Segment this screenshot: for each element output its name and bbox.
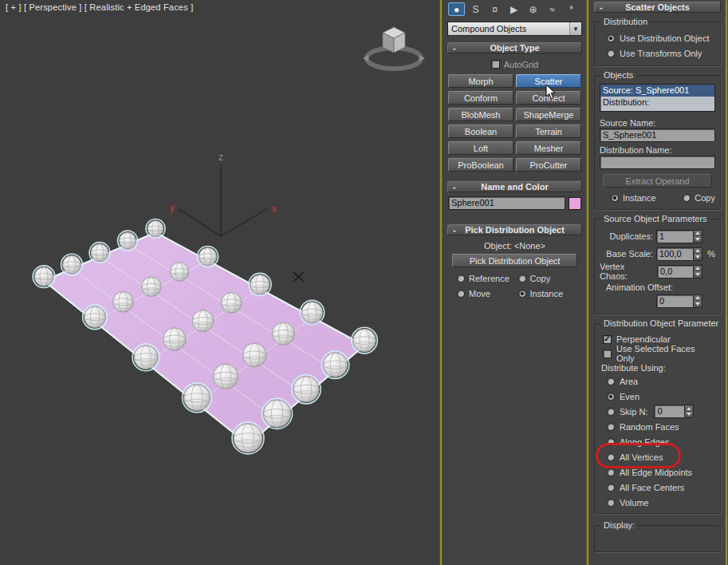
pick-distribution-object-button[interactable]: Pick Distribution Object xyxy=(452,254,577,267)
base-scale-label: Base Scale: xyxy=(606,249,653,259)
space-warps-icon[interactable]: ≈ xyxy=(544,2,561,16)
rollout-object-type[interactable]: - Object Type xyxy=(447,42,582,53)
systems-icon[interactable]: * xyxy=(563,2,580,16)
volume-row: Volume xyxy=(600,495,715,510)
collapse-icon: - xyxy=(600,2,603,13)
skip-n-radio[interactable] xyxy=(607,408,615,416)
axis-z-label: z xyxy=(218,152,223,163)
loft-button[interactable]: Loft xyxy=(448,141,514,155)
view-cube[interactable] xyxy=(363,27,425,69)
pick-clone-options: Reference Copy Move Instance xyxy=(447,271,582,302)
boolean-button[interactable]: Boolean xyxy=(448,124,514,138)
panel-separator-middle xyxy=(586,0,589,565)
proboolean-button[interactable]: ProBoolean xyxy=(448,158,514,172)
cameras-icon[interactable]: ▶ xyxy=(506,2,522,16)
along-edges-label: Along Edges xyxy=(620,437,669,447)
extract-copy-radio[interactable] xyxy=(683,194,691,202)
skip-n-row: Skip N: 0 xyxy=(600,404,715,419)
connect-button[interactable]: Connect xyxy=(516,91,581,105)
list-item-source[interactable]: Source: S_Sphere001 xyxy=(600,85,714,97)
conform-button[interactable]: Conform xyxy=(448,91,514,105)
reference-radio[interactable] xyxy=(457,275,465,282)
cross-marker xyxy=(293,272,304,282)
viewport-label[interactable]: [ + ] [ Perspective ] [ Realistic + Edge… xyxy=(6,2,193,12)
autogrid-label: AutoGrid xyxy=(504,60,538,69)
scatter-objects-panel: - Scatter Objects Distribution Use Distr… xyxy=(590,0,725,565)
morph-button[interactable]: Morph xyxy=(448,74,514,88)
source-name-input[interactable]: S_Sphere001 xyxy=(600,128,715,142)
chevron-down-icon[interactable]: ▼ xyxy=(569,22,581,35)
perpendicular-checkbox[interactable]: ✓ xyxy=(603,335,612,344)
scatter-scene[interactable] xyxy=(33,219,377,454)
autogrid-row: AutoGrid xyxy=(447,57,582,71)
all-face-centers-radio[interactable] xyxy=(607,484,615,492)
procutter-button[interactable]: ProCutter xyxy=(516,158,581,172)
axis-y-label: y xyxy=(170,202,175,213)
volume-radio[interactable] xyxy=(607,499,615,507)
create-category-toolbar: ● S ¤ ▶ ⊕ ≈ * xyxy=(447,0,582,18)
base-scale-spinner[interactable]: 100,0 xyxy=(656,247,702,261)
display-group: Display: xyxy=(594,525,721,552)
viewport-3d[interactable]: z y x [ + ] [ Perspective ] [ Realist xyxy=(0,0,440,565)
all-edge-midpoints-row: All Edge Midpoints xyxy=(600,464,715,480)
name-and-color-row: Sphere001 xyxy=(447,196,582,210)
scatter-button[interactable]: Scatter xyxy=(516,74,581,88)
autogrid-checkbox[interactable] xyxy=(491,60,500,69)
object-category-dropdown[interactable]: Compound Objects ▼ xyxy=(447,22,582,36)
even-radio[interactable] xyxy=(607,393,615,401)
panel-separator-right xyxy=(725,0,728,565)
area-radio[interactable] xyxy=(607,377,615,385)
all-vertices-radio[interactable] xyxy=(607,453,615,461)
shapemerge-button[interactable]: ShapeMerge xyxy=(516,108,581,121)
animation-offset-row: 0 xyxy=(600,293,715,309)
rollout-name-and-color-title: Name and Color xyxy=(481,182,548,192)
animation-offset-spinner[interactable]: 0 xyxy=(656,294,702,308)
all-face-centers-label: All Face Centers xyxy=(620,483,684,492)
mesher-button[interactable]: Mesher xyxy=(516,141,581,155)
along-edges-radio[interactable] xyxy=(607,438,615,446)
extract-instance-radio[interactable] xyxy=(611,194,619,202)
random-faces-row: Random Faces xyxy=(600,419,715,434)
move-radio[interactable] xyxy=(457,290,465,298)
helpers-icon[interactable]: ⊕ xyxy=(525,2,541,16)
terrain-button[interactable]: Terrain xyxy=(516,124,581,138)
rollout-scatter-objects[interactable]: - Scatter Objects xyxy=(594,2,721,13)
rollout-scatter-objects-title: Scatter Objects xyxy=(625,2,690,12)
random-faces-radio[interactable] xyxy=(607,423,615,431)
duplicates-spinner[interactable]: 1 xyxy=(656,230,702,243)
command-panel: ● S ¤ ▶ ⊕ ≈ * Compound Objects ▼ - Objec… xyxy=(443,0,586,565)
object-color-swatch[interactable] xyxy=(569,197,581,210)
use-selected-faces-checkbox[interactable] xyxy=(603,350,612,358)
all-edge-midpoints-radio[interactable] xyxy=(607,468,615,476)
rollout-pick-distribution[interactable]: - Pick Distribution Object xyxy=(447,224,582,235)
vertex-chaos-spinner[interactable]: 0,0 xyxy=(657,265,702,279)
collapse-icon: - xyxy=(453,182,456,192)
object-category-value: Compound Objects xyxy=(448,24,569,34)
area-label: Area xyxy=(620,377,638,386)
extract-copy-label: Copy xyxy=(695,193,715,203)
skip-n-spinner[interactable]: 0 xyxy=(654,405,694,418)
object-type-buttons: Morph Scatter Conform Connect BlobMesh S… xyxy=(447,73,582,175)
objects-listbox[interactable]: Source: S_Sphere001 Distribution: xyxy=(600,84,715,112)
distribution-group: Distribution Use Distribution Object Use… xyxy=(594,22,721,66)
list-item-distribution[interactable]: Distribution: xyxy=(600,97,714,109)
extract-clone-options: Instance Copy xyxy=(600,192,715,204)
object-name-input[interactable]: Sphere001 xyxy=(448,196,565,210)
perpendicular-label: Perpendicular xyxy=(616,334,671,344)
blobmesh-button[interactable]: BlobMesh xyxy=(448,108,514,121)
use-distribution-object-radio[interactable] xyxy=(607,34,615,42)
lights-icon[interactable]: ¤ xyxy=(486,2,503,16)
viewport-canvas[interactable]: z y x xyxy=(0,0,440,565)
instance-radio[interactable] xyxy=(518,290,526,298)
rollout-name-and-color[interactable]: - Name and Color xyxy=(447,181,582,192)
distribution-name-input[interactable] xyxy=(600,156,715,169)
instance-label: Instance xyxy=(530,289,564,298)
base-scale-unit: % xyxy=(707,249,715,259)
geometry-icon[interactable]: ● xyxy=(448,2,465,16)
use-transforms-only-radio[interactable] xyxy=(607,49,615,57)
extract-operand-button[interactable]: Extract Operand xyxy=(603,174,712,188)
all-face-centers-row: All Face Centers xyxy=(600,480,715,495)
shapes-icon[interactable]: S xyxy=(467,2,484,16)
copy-radio[interactable] xyxy=(518,275,526,282)
axis-tripod: z y x xyxy=(170,152,277,236)
